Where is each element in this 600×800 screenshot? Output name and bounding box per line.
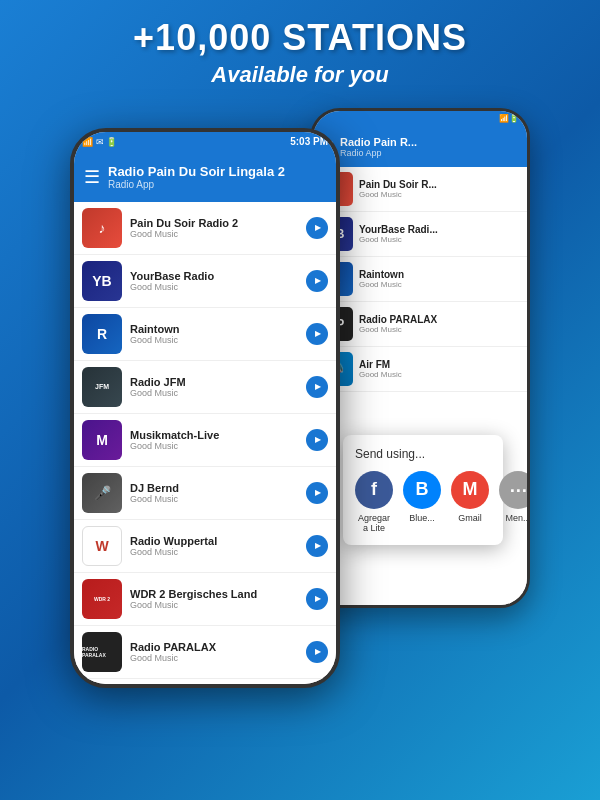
radio-genre: Good Music xyxy=(130,441,298,451)
radio-play-button[interactable] xyxy=(306,376,328,398)
radio-genre: Good Music xyxy=(130,600,298,610)
share-icon-circle: ⋯ xyxy=(499,471,530,509)
share-icon-label: Gmail xyxy=(458,513,482,523)
header-section: +10,000 STATIONS Available for you xyxy=(0,0,600,98)
radio-name: WDR 2 Bergisches Land xyxy=(130,588,298,600)
radio-name: Raintown xyxy=(130,323,298,335)
radio-icon: WDR 2 xyxy=(82,579,122,619)
radio-info: Raintown Good Music xyxy=(130,323,298,345)
radio-name: Musikmatch-Live xyxy=(130,429,298,441)
radio-icon: RADIO PARALAX xyxy=(82,632,122,672)
radio-item[interactable]: W Radio Wuppertal Good Music xyxy=(74,520,336,573)
radio-play-button[interactable] xyxy=(306,535,328,557)
radio-name-right: Raintown xyxy=(359,269,521,280)
radio-item-right[interactable]: 📣 Air FM Good Music xyxy=(313,347,527,392)
radio-play-button[interactable] xyxy=(306,270,328,292)
phone-left: 📶 ✉ 🔋 5:03 PM ☰ Radio Pain Du Soir Linga… xyxy=(70,128,340,688)
phones-container: 📶 ✉ 🔋 5:03 PM ☰ Radio Pain Du Soir Linga… xyxy=(0,98,600,688)
radio-item[interactable]: ♪ Pain Du Soir Radio 2 Good Music xyxy=(74,202,336,255)
radio-play-button[interactable] xyxy=(306,641,328,663)
radio-item[interactable]: WDR 2 WDR 2 Bergisches Land Good Music xyxy=(74,573,336,626)
radio-name-right: Pain Du Soir R... xyxy=(359,179,521,190)
share-option-item[interactable]: M Gmail xyxy=(451,471,489,533)
radio-info: Pain Du Soir Radio 2 Good Music xyxy=(130,217,298,239)
radio-name-right: Radio PARALAX xyxy=(359,314,521,325)
radio-genre-right: Good Music xyxy=(359,235,521,244)
radio-name-right: Air FM xyxy=(359,359,521,370)
radio-play-button[interactable] xyxy=(306,588,328,610)
radio-info-right: Air FM Good Music xyxy=(359,359,521,379)
share-option-item[interactable]: B Blue... xyxy=(403,471,441,533)
radio-info: YourBase Radio Good Music xyxy=(130,270,298,292)
status-icons-right: 📶🔋 xyxy=(499,114,519,123)
status-time-left: 5:03 PM xyxy=(290,136,328,147)
radio-genre-right: Good Music xyxy=(359,280,521,289)
radio-genre: Good Music xyxy=(130,229,298,239)
radio-name: Radio JFM xyxy=(130,376,298,388)
toolbar-titles-right: Radio Pain R... Radio App xyxy=(340,136,417,158)
share-dialog-title: Send using... xyxy=(355,447,491,461)
radio-info-right: Pain Du Soir R... Good Music xyxy=(359,179,521,199)
radio-genre: Good Music xyxy=(130,335,298,345)
share-icon-label: Agregar a Lite xyxy=(355,513,393,533)
radio-info-right: Radio PARALAX Good Music xyxy=(359,314,521,334)
radio-item[interactable]: 🎤 DJ Bernd Good Music xyxy=(74,467,336,520)
share-option-item[interactable]: f Agregar a Lite xyxy=(355,471,393,533)
menu-icon[interactable]: ☰ xyxy=(84,166,100,188)
radio-genre: Good Music xyxy=(130,388,298,398)
radio-item[interactable]: R Raintown Good Music xyxy=(74,308,336,361)
radio-play-button[interactable] xyxy=(306,323,328,345)
share-icon-circle: f xyxy=(355,471,393,509)
share-option-item[interactable]: ⋯ Men... xyxy=(499,471,530,533)
radio-name-right: YourBase Radi... xyxy=(359,224,521,235)
radio-info: DJ Bernd Good Music xyxy=(130,482,298,504)
radio-item[interactable]: YB YourBase Radio Good Music xyxy=(74,255,336,308)
radio-play-button[interactable] xyxy=(306,429,328,451)
header-title: +10,000 STATIONS xyxy=(10,18,590,58)
radio-item-right[interactable]: ♪ Pain Du Soir R... Good Music xyxy=(313,167,527,212)
radio-play-button[interactable] xyxy=(306,482,328,504)
radio-genre-right: Good Music xyxy=(359,370,521,379)
header-subtitle: Available for you xyxy=(10,62,590,88)
radio-item[interactable]: JFM Radio JFM Good Music xyxy=(74,361,336,414)
radio-genre-right: Good Music xyxy=(359,190,521,199)
radio-genre: Good Music xyxy=(130,494,298,504)
radio-info-right: Raintown Good Music xyxy=(359,269,521,289)
toolbar-subtitle-right: Radio App xyxy=(340,148,417,158)
share-icon-label: Men... xyxy=(505,513,530,523)
radio-info-right: YourBase Radi... Good Music xyxy=(359,224,521,244)
radio-item[interactable]: 📣 Air FM Good Music xyxy=(74,679,336,684)
radio-icon: JFM xyxy=(82,367,122,407)
share-icon-label: Blue... xyxy=(409,513,435,523)
status-icons-left: 📶 ✉ 🔋 xyxy=(82,137,117,147)
radio-genre: Good Music xyxy=(130,282,298,292)
radio-item[interactable]: RADIO PARALAX Radio PARALAX Good Music xyxy=(74,626,336,679)
radio-icon: W xyxy=(82,526,122,566)
radio-icon: R xyxy=(82,314,122,354)
radio-play-button[interactable] xyxy=(306,217,328,239)
radio-item-right[interactable]: R Raintown Good Music xyxy=(313,257,527,302)
phone-right: 📶🔋 ☰ Radio Pain R... Radio App ♪ Pain Du… xyxy=(310,108,530,608)
share-icon-circle: M xyxy=(451,471,489,509)
radio-item-right[interactable]: YB YourBase Radi... Good Music xyxy=(313,212,527,257)
radio-name: YourBase Radio xyxy=(130,270,298,282)
toolbar-titles-left: Radio Pain Du Soir Lingala 2 Radio App xyxy=(108,164,326,190)
radio-item[interactable]: M Musikmatch-Live Good Music xyxy=(74,414,336,467)
radio-icon: M xyxy=(82,420,122,460)
radio-icon: ♪ xyxy=(82,208,122,248)
share-dialog: Send using... f Agregar a Lite B Blue...… xyxy=(343,435,503,545)
radio-genre: Good Music xyxy=(130,547,298,557)
radio-info: Radio PARALAX Good Music xyxy=(130,641,298,663)
status-bar-right: 📶🔋 xyxy=(313,111,527,127)
app-toolbar-left: ☰ Radio Pain Du Soir Lingala 2 Radio App xyxy=(74,152,336,202)
radio-item-right[interactable]: RP Radio PARALAX Good Music xyxy=(313,302,527,347)
radio-name: Radio Wuppertal xyxy=(130,535,298,547)
radio-list-left: ♪ Pain Du Soir Radio 2 Good Music YB You… xyxy=(74,202,336,684)
app-screen-left: 📶 ✉ 🔋 5:03 PM ☰ Radio Pain Du Soir Linga… xyxy=(74,132,336,684)
radio-info: Radio JFM Good Music xyxy=(130,376,298,398)
radio-info: Radio Wuppertal Good Music xyxy=(130,535,298,557)
toolbar-main-title-left: Radio Pain Du Soir Lingala 2 xyxy=(108,164,326,179)
radio-name: DJ Bernd xyxy=(130,482,298,494)
radio-info: WDR 2 Bergisches Land Good Music xyxy=(130,588,298,610)
radio-genre-right: Good Music xyxy=(359,325,521,334)
